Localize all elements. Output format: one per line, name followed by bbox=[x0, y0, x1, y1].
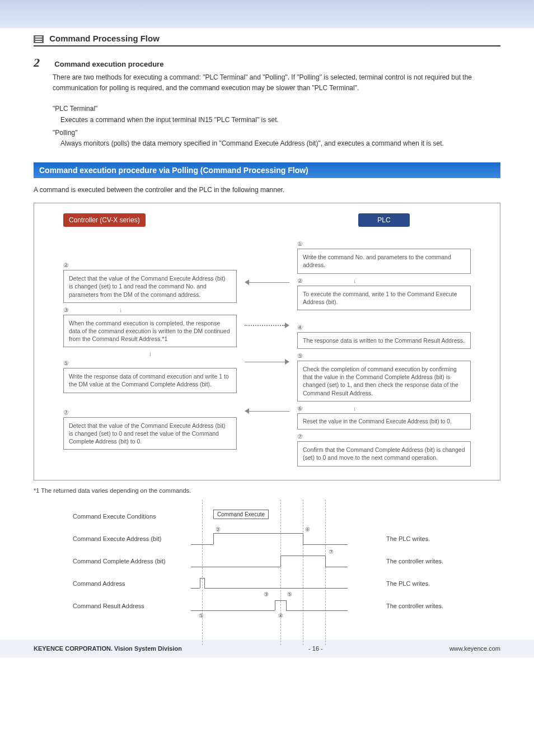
top-band bbox=[0, 0, 534, 28]
mode1-title: "PLC Terminal" bbox=[53, 104, 500, 114]
flow-box: Write the command No. and parameters to … bbox=[297, 249, 471, 273]
timing-label: Command Address bbox=[73, 580, 190, 587]
command-execute-box: Command Execute bbox=[213, 510, 269, 519]
blue-heading: Command execution procedure via Polling … bbox=[34, 162, 500, 178]
mark: ① bbox=[199, 613, 204, 619]
flow-diagram: Controller (CV-X series) ② Detect that t… bbox=[34, 203, 500, 480]
step-marker: ④ bbox=[297, 324, 471, 331]
footer-left: KEYENCE CORPORATION. Vision System Divis… bbox=[34, 645, 182, 652]
timing-label: Command Execute Address (bit) bbox=[73, 535, 190, 542]
note-icon bbox=[34, 35, 44, 43]
section-title: Command Processing Flow bbox=[49, 34, 160, 43]
mark: ② bbox=[216, 526, 221, 533]
controller-header: Controller (CV-X series) bbox=[63, 213, 146, 227]
page-footer: KEYENCE CORPORATION. Vision System Divis… bbox=[0, 640, 534, 657]
step-title: Command execution procedure bbox=[54, 60, 163, 68]
step-marker: ⑤ bbox=[297, 352, 471, 360]
footer-center: - 16 - bbox=[308, 645, 323, 652]
step-marker: ③↓ bbox=[63, 306, 237, 314]
mark: ⑦ bbox=[329, 549, 334, 555]
flow-box: Write the response data of command execu… bbox=[63, 368, 237, 393]
step-number: 2 bbox=[34, 55, 53, 70]
flow-box: Reset the value in the Command Execute A… bbox=[297, 413, 471, 430]
step-marker: ⑦ bbox=[63, 409, 237, 416]
flow-box: Confirm that the Command Complete Addres… bbox=[297, 441, 471, 466]
step-marker: ① bbox=[297, 240, 471, 248]
flow-box: Detect that the value of the Command Exe… bbox=[63, 270, 237, 303]
step-marker: ⑥↓ bbox=[297, 405, 471, 412]
flow-box: The response data is written to the Comm… bbox=[297, 332, 471, 349]
intro-text: There are two methods for executing a co… bbox=[53, 72, 500, 94]
mark: ⑥ bbox=[305, 526, 310, 533]
plc-header: PLC bbox=[358, 213, 409, 227]
step-row: 2 Command execution procedure bbox=[34, 55, 500, 70]
footer-right: www.keyence.com bbox=[449, 645, 500, 652]
timing-note: The PLC writes. bbox=[386, 580, 430, 587]
controller-column: Controller (CV-X series) ② Detect that t… bbox=[63, 213, 237, 469]
timing-label: Command Execute Conditions bbox=[73, 513, 190, 520]
timing-label: Command Complete Address (bit) bbox=[73, 558, 190, 564]
plc-column: PLC ① Write the command No. and paramete… bbox=[297, 213, 471, 469]
mark: ③ bbox=[264, 591, 269, 598]
footnote: *1 The returned data varies depending on… bbox=[34, 487, 500, 494]
timing-note: The controller writes. bbox=[386, 603, 443, 609]
step-marker: ② bbox=[63, 262, 237, 269]
step-marker: ⑦ bbox=[297, 433, 471, 440]
connector-column bbox=[245, 213, 289, 469]
timing-note: The PLC writes. bbox=[386, 535, 430, 542]
step-marker: ⑤ bbox=[63, 360, 237, 367]
section-header: Command Processing Flow bbox=[34, 28, 500, 45]
flow-box: Check the completion of command executio… bbox=[297, 361, 471, 402]
mark: ④ bbox=[278, 613, 283, 619]
mode2-title: "Polling" bbox=[53, 128, 500, 138]
arrow-down-icon: ↓ bbox=[63, 351, 237, 357]
flow-box: When the command execution is completed,… bbox=[63, 315, 237, 348]
flow-box: Detect that the value of the Command Exe… bbox=[63, 417, 237, 450]
flow-box: To execute the command, write 1 to the C… bbox=[297, 286, 471, 310]
timing-chart: Command Execute Conditions Command Execu… bbox=[73, 505, 500, 617]
mark: ⑤ bbox=[287, 591, 292, 598]
rule bbox=[34, 45, 500, 46]
timing-label: Command Result Address bbox=[73, 603, 190, 609]
step-marker: ②↓ bbox=[297, 277, 471, 284]
timing-note: The controller writes. bbox=[386, 558, 443, 564]
mode2-desc: Always monitors (polls) the data memory … bbox=[60, 138, 500, 149]
mode1-desc: Executes a command when the input termin… bbox=[60, 115, 500, 125]
blue-subtext: A command is executed between the contro… bbox=[34, 186, 500, 194]
